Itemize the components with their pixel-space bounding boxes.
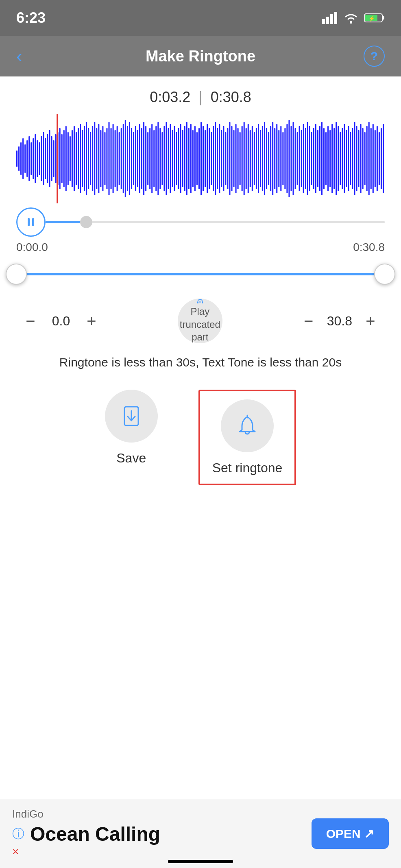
svg-rect-15 (28, 136, 30, 181)
svg-rect-135 (274, 128, 275, 189)
status-time: 6:23 (16, 9, 46, 26)
save-button[interactable]: Save (105, 390, 158, 485)
svg-rect-92 (186, 122, 187, 195)
svg-rect-129 (262, 126, 263, 191)
svg-rect-137 (278, 130, 279, 187)
svg-rect-65 (131, 128, 132, 189)
playback-row (16, 207, 385, 237)
svg-rect-147 (299, 126, 300, 191)
svg-rect-191 (32, 218, 34, 226)
svg-rect-151 (307, 122, 308, 195)
set-ringtone-wrapper: Set ringtone (198, 390, 296, 485)
range-thumb-left[interactable] (6, 264, 27, 285)
svg-rect-41 (82, 130, 83, 187)
svg-rect-10 (18, 146, 20, 171)
svg-rect-49 (98, 124, 99, 193)
svg-rect-6 (382, 16, 384, 20)
svg-rect-94 (190, 124, 192, 193)
range-slider[interactable] (16, 262, 385, 286)
svg-text:⚡: ⚡ (368, 15, 375, 22)
back-button[interactable]: ‹ (16, 46, 22, 66)
svg-rect-159 (323, 128, 325, 189)
svg-rect-55 (111, 128, 112, 189)
ad-brand: IndiGo (12, 808, 303, 820)
left-trim-group: − 0.0 + (20, 311, 102, 331)
ad-title-row: ⓘ Ocean Calling (12, 823, 303, 845)
svg-rect-25 (49, 130, 50, 187)
svg-rect-66 (133, 132, 134, 185)
trim-controls: − 0.0 + Play truncated part − 30.8 + (16, 299, 385, 343)
svg-rect-63 (127, 126, 128, 191)
svg-rect-39 (78, 128, 79, 189)
svg-rect-134 (272, 122, 273, 195)
signal-icon (322, 12, 338, 24)
status-icons: ⚡ (322, 12, 385, 24)
ad-open-button[interactable]: OPEN ↗ (312, 818, 389, 849)
svg-rect-73 (147, 132, 148, 185)
ad-title: Ocean Calling (30, 823, 160, 845)
svg-rect-122 (248, 124, 249, 193)
svg-rect-27 (53, 140, 54, 177)
waveform-container[interactable] (16, 114, 385, 203)
svg-rect-117 (238, 128, 239, 189)
progress-thumb[interactable] (80, 216, 92, 228)
range-track[interactable] (16, 273, 385, 275)
svg-rect-131 (266, 128, 267, 189)
ad-info: IndiGo ⓘ Ocean Calling × (12, 808, 303, 860)
svg-rect-23 (45, 138, 46, 179)
action-row: Save Set ringtone (16, 390, 385, 485)
svg-rect-70 (141, 128, 142, 189)
svg-rect-42 (84, 126, 85, 191)
svg-rect-152 (309, 126, 310, 191)
svg-rect-157 (319, 126, 320, 191)
svg-rect-95 (192, 130, 194, 187)
svg-rect-144 (293, 122, 294, 195)
svg-rect-61 (123, 124, 124, 193)
svg-rect-180 (366, 126, 368, 191)
headphone-icon (190, 299, 210, 303)
ad-close-button[interactable]: × (12, 845, 303, 858)
left-minus-button[interactable]: − (20, 311, 41, 331)
svg-rect-12 (22, 138, 24, 179)
svg-rect-172 (350, 132, 351, 185)
set-ringtone-button[interactable]: Set ringtone (212, 399, 283, 475)
play-truncated-button[interactable]: Play truncated part (178, 299, 222, 343)
svg-rect-161 (327, 126, 329, 191)
play-pause-button[interactable] (16, 207, 46, 237)
svg-rect-106 (215, 122, 216, 195)
svg-rect-91 (184, 126, 185, 191)
svg-rect-89 (180, 124, 181, 193)
help-button[interactable]: ? (364, 46, 385, 67)
svg-rect-16 (31, 142, 32, 175)
right-trim-value: 30.8 (327, 314, 352, 329)
ringtone-icon-circle (221, 399, 274, 452)
svg-rect-64 (129, 122, 130, 195)
svg-rect-2 (330, 14, 333, 24)
svg-rect-165 (336, 122, 337, 195)
svg-rect-38 (76, 132, 77, 185)
svg-rect-186 (379, 132, 380, 185)
svg-rect-102 (207, 124, 208, 193)
svg-rect-19 (37, 140, 38, 177)
svg-rect-121 (246, 128, 247, 189)
svg-rect-169 (344, 124, 345, 193)
progress-track[interactable] (46, 221, 385, 223)
svg-rect-14 (26, 140, 28, 177)
svg-rect-57 (115, 130, 116, 187)
svg-rect-18 (35, 134, 36, 183)
svg-rect-153 (311, 132, 312, 185)
svg-rect-54 (109, 122, 110, 195)
svg-rect-99 (200, 122, 202, 195)
pause-icon (25, 216, 37, 228)
svg-rect-53 (106, 128, 107, 189)
svg-rect-77 (155, 126, 157, 191)
svg-rect-93 (188, 128, 190, 189)
main-content: 0:03.2 | 0:30.8 (0, 76, 401, 485)
svg-rect-36 (72, 130, 73, 187)
range-thumb-right[interactable] (374, 264, 395, 285)
start-time-label: 0:00.0 (16, 241, 48, 254)
svg-rect-130 (264, 122, 265, 195)
right-minus-button[interactable]: − (299, 311, 319, 331)
right-plus-button[interactable]: + (360, 311, 381, 331)
left-plus-button[interactable]: + (81, 311, 102, 331)
